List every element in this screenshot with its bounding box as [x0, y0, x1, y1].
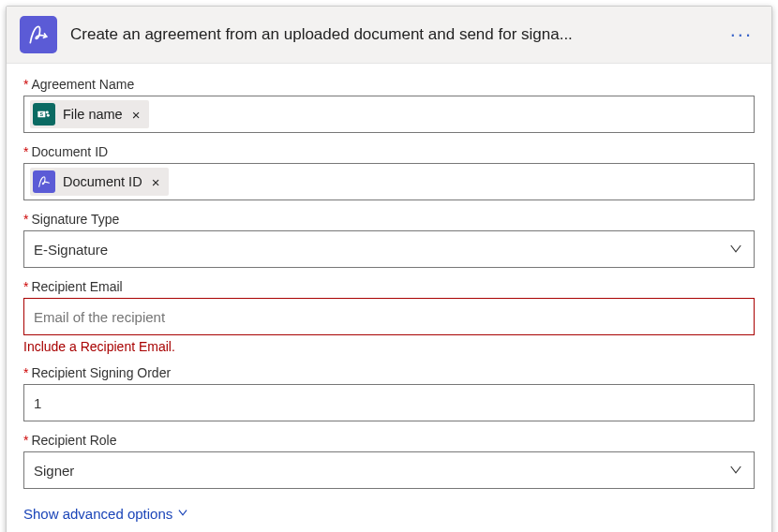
card-body: *Agreement Name S File name × *Document …	[7, 64, 771, 532]
recipient-role-label: *Recipient Role	[23, 433, 755, 448]
signature-type-label: *Signature Type	[23, 212, 755, 227]
chevron-down-icon	[727, 240, 744, 259]
field-recipient-order: *Recipient Signing Order	[23, 365, 755, 421]
recipient-order-input[interactable]	[23, 384, 755, 421]
recipient-order-label: *Recipient Signing Order	[23, 365, 755, 380]
card-header[interactable]: Create an agreement from an uploaded doc…	[7, 7, 771, 64]
token-remove-button[interactable]: ×	[130, 107, 142, 123]
recipient-role-value: Signer	[34, 463, 74, 479]
signature-type-select[interactable]: E-Signature	[23, 230, 755, 268]
chevron-down-icon	[727, 461, 744, 480]
field-recipient-email: *Recipient Email Email of the recipient …	[23, 279, 755, 354]
svg-point-3	[47, 114, 50, 117]
agreement-name-input[interactable]: S File name ×	[23, 96, 755, 133]
card-title: Create an agreement from an uploaded doc…	[70, 25, 711, 44]
token-label: File name	[63, 107, 123, 122]
more-options-button[interactable]: ···	[725, 24, 758, 45]
document-id-input[interactable]: Document ID ×	[23, 163, 755, 200]
adobe-sign-icon	[33, 170, 55, 193]
show-advanced-options-link[interactable]: Show advanced options	[23, 506, 189, 522]
field-document-id: *Document ID Document ID ×	[23, 144, 755, 200]
recipient-email-label: *Recipient Email	[23, 279, 755, 294]
advanced-options-label: Show advanced options	[23, 506, 172, 522]
document-id-label: *Document ID	[23, 144, 755, 159]
token-remove-button[interactable]: ×	[150, 174, 162, 190]
agreement-name-label: *Agreement Name	[23, 77, 755, 92]
recipient-role-select[interactable]: Signer	[23, 451, 755, 489]
recipient-email-input[interactable]: Email of the recipient	[23, 298, 755, 335]
recipient-email-error: Include a Recipient Email.	[23, 339, 755, 354]
token-label: Document ID	[63, 174, 142, 189]
svg-point-2	[46, 111, 49, 114]
field-agreement-name: *Agreement Name S File name ×	[23, 77, 755, 133]
svg-text:S: S	[40, 111, 44, 117]
dynamic-token-document-id[interactable]: Document ID ×	[30, 168, 169, 196]
chevron-down-icon	[176, 506, 189, 522]
action-card: Create an agreement from an uploaded doc…	[6, 6, 772, 532]
field-signature-type: *Signature Type E-Signature	[23, 212, 755, 268]
dynamic-token-file-name[interactable]: S File name ×	[30, 100, 149, 128]
signature-type-value: E-Signature	[34, 242, 108, 258]
field-recipient-role: *Recipient Role Signer	[23, 433, 755, 489]
sharepoint-icon: S	[33, 103, 55, 126]
recipient-order-value[interactable]	[34, 395, 744, 411]
adobe-sign-logo-icon	[20, 16, 57, 53]
recipient-email-placeholder: Email of the recipient	[34, 309, 165, 325]
